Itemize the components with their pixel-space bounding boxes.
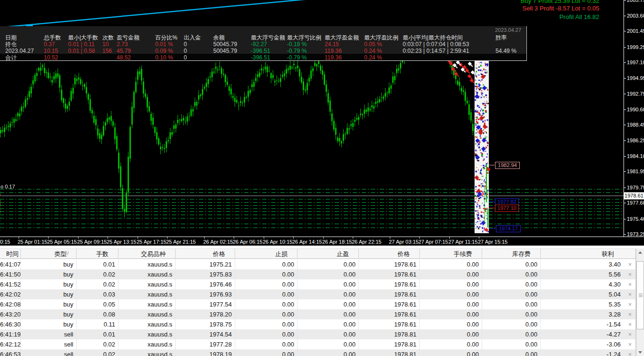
order-cell: 3.40 [540,259,624,269]
orders-column-header[interactable]: 获利 [540,249,624,259]
scroll-up-button[interactable] [636,248,644,257]
stats-value: 0.37 [44,41,55,48]
stats-column-header: 出入金 [184,35,201,41]
order-cell: 6:46:53 [0,349,20,356]
order-row[interactable]: 6:46:30buy0.11xauusd.s1978.750.000.00197… [0,319,635,329]
order-cell: 0.00 [482,269,540,279]
time-axis-label: 27 Apr 03:15 [389,239,418,245]
price-axis[interactable]: 2005.752003.602001.451999.251997.101994.… [624,0,644,237]
price-axis-label: 1997.10 [627,59,644,65]
time-axis[interactable]: 24 Apr 20:1525 Apr 01:1525 Apr 05:1525 A… [0,237,644,246]
order-cell: 0.00 [235,329,297,339]
close-order-button[interactable]: × [626,301,634,308]
close-order-button[interactable]: × [626,291,634,298]
order-cell: 0.00 [419,319,482,329]
time-axis-tick [390,237,390,238]
orders-column-header[interactable]: 手续费 [419,249,482,259]
stats-value: -0.18 % [287,41,307,48]
time-axis-tick [264,237,264,238]
scrollbar-thumb[interactable] [636,261,644,329]
close-order-button[interactable]: × [626,261,634,268]
time-axis-label: 24 Apr 20:15 [0,239,10,245]
order-row[interactable]: 6:46:53sell0.02xauusd.s1978.190.000.0019… [0,349,635,356]
close-order-button[interactable]: × [626,321,634,328]
order-cell: -4.27 [540,329,624,339]
price-axis-label: 1986.25 [627,138,644,143]
stats-column-header: 余额 [213,35,225,41]
order-row[interactable]: 6:41:52buy0.02xauusd.s1976.460.000.00197… [0,279,635,289]
order-row[interactable]: 6:42:12sell0.02xauusd.s1977.280.000.0019… [0,339,635,349]
orders-column-header[interactable]: 手数 [76,249,118,259]
order-cell: 0.00 [235,289,297,299]
order-cell: xauusd.s [118,339,175,349]
order-row[interactable]: 6:42:08buy0.05xauusd.s1977.540.000.00197… [0,299,635,309]
order-cell: 0.00 [297,279,358,289]
orders-column-header[interactable]: 止盈 [297,249,358,259]
time-axis-label: 25 Apr 05:15 [47,239,77,245]
time-axis-label: 25 Apr 17:15 [137,239,166,245]
orders-column-header[interactable]: 价格 [358,249,419,259]
order-cell: 1975.83 [175,269,235,279]
time-axis-tick [167,237,168,238]
order-cell: 0.00 [297,309,358,319]
orders-column-header[interactable]: 库存费 [482,249,540,259]
orders-column-header[interactable]: 止损 [235,249,297,259]
time-axis-tick [323,237,324,238]
scroll-down-button[interactable] [636,348,644,356]
order-cell: 1978.61 [358,319,419,329]
close-order-button[interactable]: × [626,331,634,338]
orders-scrollbar[interactable] [636,248,644,356]
close-order-button[interactable]: × [626,351,634,356]
price-chart-area[interactable]: Buy 7 Profit 25.39 Lot = 0.32 Sell 3 Pro… [0,0,624,237]
time-axis-label: 25 Apr 21:15 [166,239,196,245]
price-axis-tick [624,140,626,141]
order-cell: 1978.19 [175,349,235,356]
stats-value: 10 [102,41,109,48]
stats-row-label: 合计 [5,55,17,61]
order-cell: 0.00 [419,339,482,349]
statistics-panel: 2023.04.27 日期总手数最小|大手数次数盈亏金额百分比%出入金余额最大浮… [0,26,527,61]
price-axis-label: 2005.75 [627,0,644,3]
close-order-button[interactable]: × [626,311,634,318]
order-cell: 0.00 [297,269,358,279]
chevron-down-icon [638,351,642,354]
order-cell: buy [20,289,76,299]
price-axis-tick [624,156,626,157]
stats-value: 0.10 % [155,55,173,61]
level-line-label: 1 [0,227,3,231]
order-cell: 0.02 [76,269,118,279]
order-cell: 0.00 [235,309,297,319]
price-axis-tick [624,188,626,188]
order-cell: 1978.81 [358,339,419,349]
order-row[interactable]: 6:41:50buy0.02xauusd.s1975.830.000.00197… [0,269,635,279]
close-order-button[interactable]: × [626,271,634,278]
stats-value: 119.36 [325,55,342,61]
stats-value: 0:02:23 | 0:14:57 | 2:59:41 [403,48,469,54]
order-cell: 0.00 [235,319,297,329]
order-cell: 1976.46 [175,279,235,289]
close-order-button[interactable]: × [626,341,634,348]
order-row[interactable]: 6:41:07buy0.01xauusd.s1975.210.000.00197… [0,259,635,269]
order-cell: 0.00 [297,339,358,349]
order-cell: buy [20,269,76,279]
orders-column-header[interactable]: 交易品种 [118,249,175,259]
price-axis-label: 1994.95 [627,75,644,81]
order-row[interactable]: 6:41:19sell0.01xauusd.s1974.540.000.0019… [0,329,635,339]
stats-value: -92.27 [251,41,267,48]
current-price-box: 1978.61 [624,192,644,199]
price-axis-label: 1979.75 [627,185,644,190]
order-cell: 0.01 [76,259,118,269]
time-axis-tick [138,237,138,238]
orders-column-header[interactable]: 时间 [0,249,20,259]
order-cell: 0.00 [297,319,358,329]
time-axis-label: 25 Apr 01:15 [18,239,47,245]
order-row[interactable]: 6:43:20buy0.08xauusd.s1978.200.000.00197… [0,309,635,319]
order-cell: 6:41:50 [0,269,20,279]
time-axis-tick [293,237,294,238]
close-order-button[interactable]: × [626,281,634,288]
order-cell: 6:41:07 [0,259,20,269]
order-row[interactable]: 6:42:02buy0.03xauusd.s1976.930.000.00197… [0,289,635,299]
stats-column-header: 最小|大手数 [68,35,98,41]
orders-column-header[interactable]: 价格 [175,249,235,259]
order-cell: 0.02 [76,339,118,349]
